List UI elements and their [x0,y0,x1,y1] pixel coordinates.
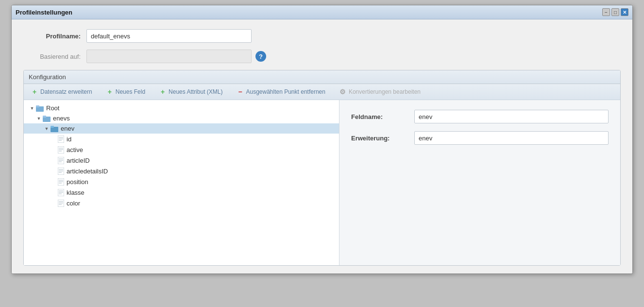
erweiterung-label: Erweiterung: [351,135,414,142]
profilname-input[interactable] [86,29,252,43]
svg-rect-5 [51,126,54,128]
profilname-row: Profilname: [23,29,621,43]
maximize-button[interactable]: □ [611,8,619,16]
tree-item-articledetailsID[interactable]: articledetailsID [24,166,339,176]
folder-icon-enev [50,125,59,132]
basierend-input [86,50,252,63]
tree-label-articleID: articleID [67,157,90,164]
file-icon-klasse [57,188,65,196]
feldname-label: Feldname: [351,113,414,120]
window-body: Profilname: Basierend auf: ? Konfigurati… [12,19,632,273]
toolbar: + Datensatz erweitern + Neues Feld + Neu… [24,84,620,100]
file-icon-articledetailsID [57,167,65,175]
file-icon-position [57,178,65,186]
file-icon-id [57,135,65,143]
neues-attribut-button[interactable]: + Neues Attribut (XML) [157,87,224,97]
tree-label-enev: enev [61,125,74,132]
tree-label-klasse: klasse [67,189,85,196]
configuration-section: Konfiguration + Datensatz erweitern + Ne… [23,70,621,266]
help-button[interactable]: ? [255,51,266,62]
tree-label-active: active [67,146,83,154]
folder-icon-enevs [42,115,51,122]
basierend-label: Basierend auf: [23,53,86,60]
erweiterung-input[interactable] [414,131,609,145]
profilname-label: Profilname: [23,33,86,40]
file-icon-color [57,199,65,207]
tree-label-position: position [67,178,88,186]
file-icon-articleID [57,156,65,164]
window-controls: − □ ✕ [602,8,628,16]
plus-icon-1: + [31,88,38,96]
main-window: Profileinstellungen − □ ✕ Profilname: Ba… [11,5,633,274]
tree-item-articleID[interactable]: articleID [24,155,339,166]
tree-item-active[interactable]: active [24,144,339,155]
file-icon-active [57,146,65,154]
tree-label-id: id [67,136,71,143]
tree-label-color: color [67,200,80,207]
feldname-input[interactable] [414,110,609,123]
minus-icon: − [236,88,244,96]
feldname-row: Feldname: [351,110,609,123]
tree-item-enev[interactable]: ▼ enev [24,123,339,134]
punkt-entfernen-button[interactable]: − Ausgewählten Punkt entfernen [234,87,327,97]
tree-item-klasse[interactable]: klasse [24,187,339,198]
window-title: Profileinstellungen [16,9,72,16]
section-header: Konfiguration [24,70,620,84]
arrow-enev: ▼ [43,125,50,132]
tree-item-id[interactable]: id [24,134,339,144]
close-button[interactable]: ✕ [621,8,628,16]
tree-label-articledetailsID: articledetailsID [67,168,108,175]
arrow-enevs: ▼ [35,115,42,122]
detail-panel: Feldname: Erweiterung: [339,100,620,265]
konvertierungen-button[interactable]: ⚙ Konvertierungen bearbeiten [337,87,423,97]
tree-item-position[interactable]: position [24,176,339,187]
tree-panel: ▼ Root ▼ [24,100,339,265]
plus-icon-2: + [106,88,114,96]
minimize-button[interactable]: − [602,8,610,16]
tree-label-enevs: enevs [53,115,70,122]
folder-icon-root [35,105,44,112]
gear-icon: ⚙ [339,88,347,96]
datensatz-erweitern-button[interactable]: + Datensatz erweitern [29,87,94,97]
basierend-row: Basierend auf: ? [23,50,621,63]
content-area: ▼ Root ▼ [24,100,620,265]
svg-rect-1 [36,105,39,107]
titlebar: Profileinstellungen − □ ✕ [12,5,632,19]
arrow-root: ▼ [29,105,35,112]
tree-item-root[interactable]: ▼ Root [24,103,339,113]
tree-item-enevs[interactable]: ▼ enevs [24,113,339,123]
plus-icon-3: + [159,88,167,96]
erweiterung-row: Erweiterung: [351,131,609,145]
neues-feld-button[interactable]: + Neues Feld [104,87,147,97]
tree-label-root: Root [46,104,59,112]
svg-rect-3 [43,116,46,118]
tree-item-color[interactable]: color [24,198,339,208]
